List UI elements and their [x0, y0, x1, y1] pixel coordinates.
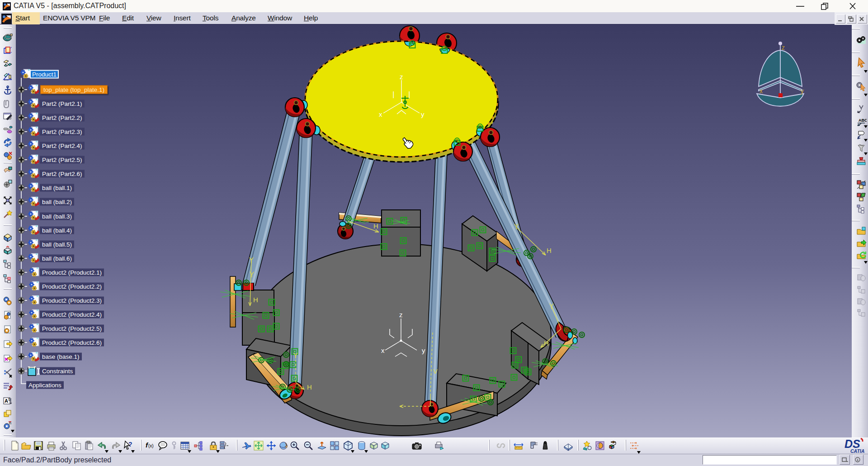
- svg-text:(x): (x): [148, 443, 154, 448]
- svg-text:z: z: [399, 311, 403, 319]
- svg-text:x: x: [381, 347, 385, 354]
- svg-text:y: y: [422, 347, 425, 354]
- svg-text:H: H: [373, 222, 378, 230]
- svg-text:CATIA: CATIA: [850, 448, 864, 454]
- svg-text:5: 5: [8, 397, 10, 402]
- svg-text:y: y: [801, 87, 804, 95]
- svg-text:ABC: ABC: [859, 118, 867, 123]
- svg-text:z: z: [782, 44, 785, 51]
- svg-text:x: x: [760, 87, 763, 95]
- svg-text:H: H: [544, 339, 549, 347]
- svg-text:?: ?: [128, 441, 132, 448]
- svg-text:H: H: [307, 383, 312, 391]
- svg-text:z: z: [400, 73, 403, 81]
- svg-text:y: y: [421, 110, 425, 118]
- svg-text:A: A: [5, 398, 8, 404]
- svg-text:H: H: [253, 296, 258, 304]
- svg-text:x: x: [379, 110, 382, 118]
- svg-text:V: V: [433, 367, 438, 375]
- svg-text:H: H: [547, 247, 552, 254]
